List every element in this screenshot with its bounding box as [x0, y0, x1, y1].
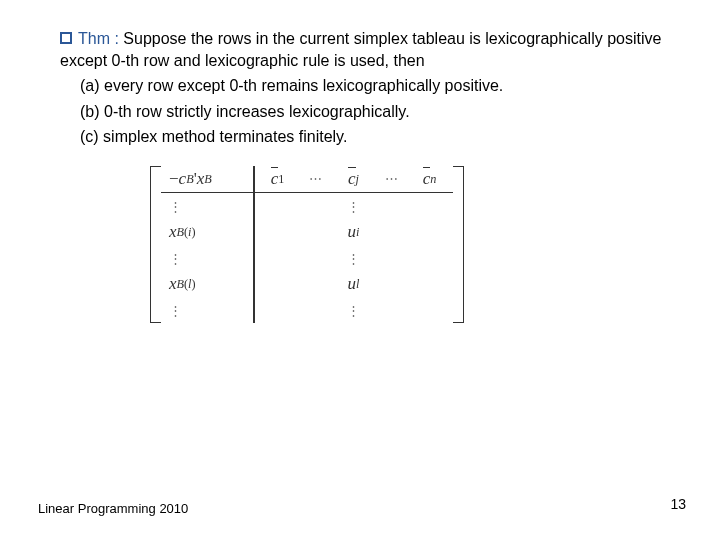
vdots-icon: ⋮	[161, 297, 253, 323]
footer-text: Linear Programming 2010	[38, 501, 188, 516]
tableau-columns: −cB'xB ⋮ xB(i) ⋮ xB(l) ⋮ c1	[161, 166, 453, 324]
cdots-icon: ⋯	[301, 166, 331, 192]
page-number: 13	[670, 496, 686, 512]
cell-xbi: xB(i)	[161, 219, 253, 245]
item-b: (b) 0-th row strictly increases lexicogr…	[80, 101, 670, 123]
vdots-icon: ⋮	[331, 245, 377, 271]
tableau-col-dots2: ⋯	[377, 166, 407, 324]
item-c: (c) simplex method terminates finitely.	[80, 126, 670, 148]
simplex-tableau: −cB'xB ⋮ xB(i) ⋮ xB(l) ⋮ c1	[150, 166, 670, 324]
tableau-col-cn: cn	[407, 166, 453, 324]
bullet-square-icon	[60, 32, 72, 44]
tableau-col-cj: cj ⋮ ui ⋮ ul ⋮	[331, 166, 377, 324]
vdots-icon: ⋮	[331, 297, 377, 323]
cell-ui: ui	[331, 219, 377, 245]
tableau-col-dots1: ⋯	[301, 166, 331, 324]
vdots-icon: ⋮	[161, 245, 253, 271]
cell-xbl: xB(l)	[161, 271, 253, 297]
cell-cn: cn	[407, 166, 453, 192]
cell-c1: c1	[255, 166, 301, 192]
vdots-icon: ⋮	[331, 193, 377, 219]
cdots-icon: ⋯	[377, 166, 407, 192]
vdots-icon: ⋮	[161, 193, 253, 219]
tableau-col-left: −cB'xB ⋮ xB(i) ⋮ xB(l) ⋮	[161, 166, 253, 324]
item-a: (a) every row except 0-th remains lexico…	[80, 75, 670, 97]
thm-label: Thm :	[78, 30, 119, 47]
cell-top-left: −cB'xB	[161, 166, 253, 192]
slide-body: Thm : Suppose the rows in the current si…	[60, 28, 670, 323]
tableau-col-c1: c1	[255, 166, 301, 324]
right-bracket-icon	[453, 166, 464, 324]
cell-ul: ul	[331, 271, 377, 297]
thm-heading-line: Thm : Suppose the rows in the current si…	[60, 28, 670, 71]
left-bracket-icon	[150, 166, 161, 324]
cell-cj: cj	[331, 166, 377, 192]
thm-text: Suppose the rows in the current simplex …	[60, 30, 661, 69]
